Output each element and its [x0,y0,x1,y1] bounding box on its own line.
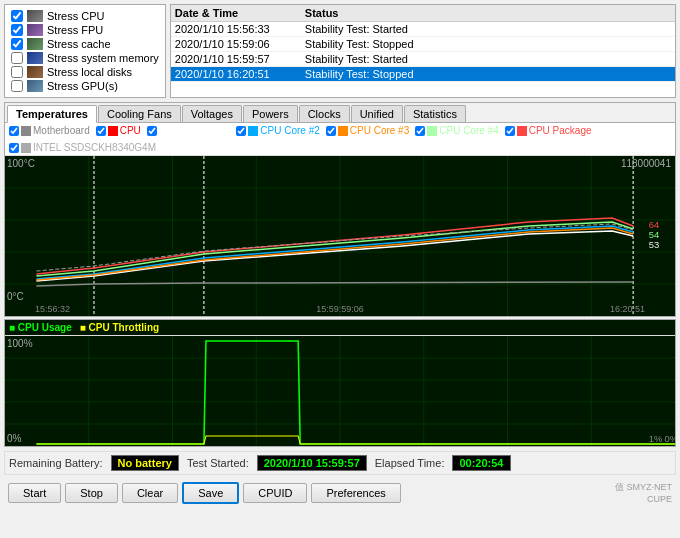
stop-button[interactable]: Stop [65,483,118,503]
chart-y-max: 100°C [7,158,35,169]
x-label-1: 15:56:32 [35,304,70,314]
battery-value: No battery [111,455,179,471]
cpuid-button[interactable]: CPUID [243,483,307,503]
usage-chart-area: 100% 0% 1% [5,336,675,446]
legend-label-cpu-package: CPU Package [529,125,592,136]
usage-chart-section: ■ CPU Usage ■ CPU Throttling 100% 0% [4,319,676,447]
legend-label-cpu-core-#4: CPU Core #4 [439,125,498,136]
tab-statistics[interactable]: Statistics [404,105,466,122]
stress-icon-cpu [27,10,43,22]
legend-color-cpu [108,126,118,136]
log-row[interactable]: 2020/1/10 15:59:06Stability Test: Stoppe… [171,37,675,52]
stress-item-gpu: Stress GPU(s) [11,79,159,93]
chart-id: 118000041 [621,158,671,169]
x-label-3: 16:20:51 [610,304,645,314]
legend-item-intel-ssdsckh8340g4m: INTEL SSDSCKH8340G4M [9,142,156,153]
tab-cooling-fans[interactable]: Cooling Fans [98,105,181,122]
bottom-status: Remaining Battery: No battery Test Start… [4,451,676,475]
top-section: Stress CPUStress FPUStress cacheStress s… [4,4,676,98]
svg-text:54: 54 [649,230,659,240]
log-col-status-header: Status [305,7,671,19]
usage-y-min: 0% [7,433,21,444]
legend-color-cpu-package [517,126,527,136]
stress-item-disks: Stress local disks [11,65,159,79]
legend-item-cpu-core-#2: CPU Core #2 [236,125,319,136]
legend-color-cpu-core-#2 [248,126,258,136]
legend-label-cpu-core-#2: CPU Core #2 [260,125,319,136]
elapsed-value: 00:20:54 [452,455,510,471]
tab-unified[interactable]: Unified [351,105,403,122]
tab-temperatures[interactable]: Temperatures [7,105,97,123]
legend-label-cpu-core-#3: CPU Core #3 [350,125,409,136]
legend-cb-cpu-package[interactable] [505,126,515,136]
tab-powers[interactable]: Powers [243,105,298,122]
legend-cb-motherboard[interactable] [9,126,19,136]
usage-legend-cpu: ■ CPU Usage [9,322,72,333]
stress-checkbox-memory[interactable] [11,52,23,64]
log-status-1: Stability Test: Stopped [305,38,671,50]
save-button[interactable]: Save [182,482,239,504]
elapsed-label: Elapsed Time: [375,457,445,469]
tab-voltages[interactable]: Voltages [182,105,242,122]
tab-clocks[interactable]: Clocks [299,105,350,122]
x-label-2: 15:59:59:06 [316,304,364,314]
stress-checkbox-gpu[interactable] [11,80,23,92]
start-button[interactable]: Start [8,483,61,503]
legend-cb-cpu-core-#3[interactable] [326,126,336,136]
stress-label-memory: Stress system memory [47,52,159,64]
stress-item-cache: Stress cache [11,37,159,51]
stress-icon-memory [27,52,43,64]
legend-label-intel-ssdsckh8340g4m: INTEL SSDSCKH8340G4M [33,142,156,153]
log-row[interactable]: 2020/1/10 15:59:57Stability Test: Starte… [171,52,675,67]
stress-label-fpu: Stress FPU [47,24,103,36]
watermark: 值 SMYZ·NETCUPE [615,481,672,504]
test-started-label: Test Started: [187,457,249,469]
legend-cb-intel-ssdsckh8340g4m[interactable] [9,143,19,153]
stress-label-cpu: Stress CPU [47,10,104,22]
legend-cb-cpu-core-#4[interactable] [415,126,425,136]
log-header: Date & Time Status [171,5,675,22]
log-date-1: 2020/1/10 15:59:06 [175,38,305,50]
tabs-bar: TemperaturesCooling FansVoltagesPowersCl… [5,103,675,123]
clear-button[interactable]: Clear [122,483,178,503]
stress-item-cpu: Stress CPU [11,9,159,23]
legend-label-motherboard: Motherboard [33,125,90,136]
log-date-0: 2020/1/10 15:56:33 [175,23,305,35]
log-col-date-header: Date & Time [175,7,305,19]
usage-chart-svg: 1% 0% [5,336,675,446]
stress-icon-fpu [27,24,43,36]
preferences-button[interactable]: Preferences [311,483,400,503]
test-started-value: 2020/1/10 15:59:57 [257,455,367,471]
action-bar: Start Stop Clear Save CPUID Preferences … [4,479,676,506]
svg-text:53: 53 [649,240,659,250]
stress-label-gpu: Stress GPU(s) [47,80,118,92]
legend-item-motherboard: Motherboard [9,125,90,136]
stress-tests-panel: Stress CPUStress FPUStress cacheStress s… [4,4,166,98]
legend-color-intel-ssdsckh8340g4m [21,143,31,153]
stress-icon-gpu [27,80,43,92]
stress-checkbox-cache[interactable] [11,38,23,50]
main-container: Stress CPUStress FPUStress cacheStress s… [0,0,680,538]
svg-text:0%: 0% [665,434,675,444]
log-row[interactable]: 2020/1/10 15:56:33Stability Test: Starte… [171,22,675,37]
stress-item-fpu: Stress FPU [11,23,159,37]
usage-legend: ■ CPU Usage ■ CPU Throttling [5,320,675,336]
stress-checkbox-fpu[interactable] [11,24,23,36]
legend-cb-cpu-core-#2[interactable] [236,126,246,136]
legend-color-cpu-core-#4 [427,126,437,136]
stress-icon-disks [27,66,43,78]
stress-icon-cache [27,38,43,50]
stress-label-cache: Stress cache [47,38,111,50]
legend-cb-cpu-core-#1[interactable] [147,126,157,136]
usage-y-max: 100% [7,338,33,349]
log-date-3: 2020/1/10 16:20:51 [175,68,305,80]
temp-chart-area: 100°C 0°C [5,156,675,316]
legend-cb-cpu[interactable] [96,126,106,136]
log-row[interactable]: 2020/1/10 16:20:51Stability Test: Stoppe… [171,67,675,82]
legend-item-cpu-package: CPU Package [505,125,592,136]
legend-item-cpu-core-#1: CPU Core #1 [147,125,230,136]
stress-checkbox-cpu[interactable] [11,10,23,22]
legend-color-motherboard [21,126,31,136]
stress-checkbox-disks[interactable] [11,66,23,78]
legend-item-cpu-core-#4: CPU Core #4 [415,125,498,136]
